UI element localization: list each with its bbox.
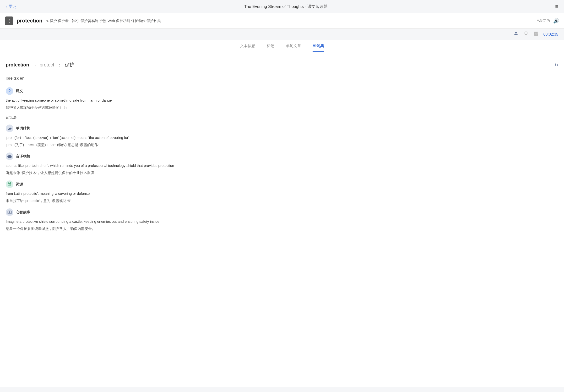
- definition-section: ? 释义 the act of keeping someone or somet…: [6, 87, 558, 111]
- mind-story-section: 心智故事 Imagine a protective shield surroun…: [6, 209, 558, 232]
- timer-display: 00:02:35: [543, 32, 558, 37]
- page-title: The Evening Stream of Thoughts - 课文阅读器: [244, 4, 328, 9]
- pronunciation: [prəˈtɛkʃən]: [6, 72, 558, 83]
- mind-story-header: 心智故事: [6, 209, 558, 216]
- tab-text-info[interactable]: 文本信息: [240, 43, 255, 52]
- word-structure-text-en1: 'pro-' (for) + 'tect' (to cover) + 'ion'…: [6, 135, 558, 141]
- word-heading-line: protection → protect ： 保护 ↻: [6, 58, 558, 72]
- word-structure-section: 单词结构 'pro-' (for) + 'tect' (to cover) + …: [6, 125, 558, 148]
- word-icon[interactable]: ⋮: [5, 16, 14, 25]
- tab-bookmark[interactable]: 标记: [267, 43, 274, 52]
- definition-icon: ?: [6, 87, 14, 95]
- etymology-header: 词源: [6, 181, 558, 188]
- tab-word-article[interactable]: 单词文章: [286, 43, 301, 52]
- word-structure-label: 单词结构: [16, 126, 30, 131]
- main-content: protection → protect ： 保护 ↻ [prəˈtɛkʃən]…: [0, 52, 564, 387]
- back-button[interactable]: ‹ 学习: [6, 4, 17, 9]
- definition-label: 释义: [16, 89, 23, 94]
- refresh-icon[interactable]: ↻: [555, 62, 558, 68]
- memory-label: 记忆法: [6, 115, 558, 120]
- header-word: protection: [17, 18, 42, 24]
- mind-story-icon: [6, 209, 14, 216]
- phonetic-icon: [6, 153, 14, 160]
- definition-text-en: the act of keeping someone or something …: [6, 97, 558, 103]
- word-line-left: protection → protect ： 保护: [6, 62, 74, 68]
- mind-story-label: 心智故事: [16, 210, 30, 215]
- top-nav: ‹ 学习 The Evening Stream of Thoughts - 课文…: [0, 0, 564, 13]
- definition-text-cn: 保护某人或某物免受伤害或危险的行为: [6, 104, 558, 111]
- sound-icon[interactable]: 🔊: [553, 18, 559, 24]
- header-tag: 已制定的: [536, 19, 550, 23]
- phonetic-text-cn: 听起来像 '保护技术'，让人想起提供保护的专业技术盾牌: [6, 170, 558, 176]
- back-label: 学习: [9, 4, 17, 9]
- header-definition: n. 保护 保护者 【经】保护贸易制 护照 Web 保护功能 保护动作 保护种类: [46, 19, 533, 23]
- toolbar: 00:02:35: [0, 29, 564, 40]
- dict-root: protect: [40, 62, 54, 68]
- etymology-label: 词源: [16, 182, 23, 187]
- phonetic-header: 音译联想: [6, 153, 558, 160]
- phonetic-section: 音译联想 sounds like 'pro-tech-shun', which …: [6, 153, 558, 176]
- etymology-icon: [6, 181, 14, 188]
- etymology-text-cn: 来自拉丁语 'protectio'，意为 '覆盖或防御': [6, 198, 558, 204]
- word-header-bar: ⋮ protection n. 保护 保护者 【经】保护贸易制 护照 Web 保…: [0, 13, 564, 29]
- definition-header: ? 释义: [6, 87, 558, 95]
- etymology-section: 词源 from Latin 'protectio', meaning 'a co…: [6, 181, 558, 204]
- etymology-text-en: from Latin 'protectio', meaning 'a cover…: [6, 191, 558, 197]
- mind-story-text-cn: 想象一个保护盾围绕着城堡，阻挡敌人并确保内部安全。: [6, 226, 558, 232]
- tab-ai-dict[interactable]: AI词典: [313, 43, 324, 52]
- bulb-icon[interactable]: [523, 31, 529, 38]
- phonetic-label: 音译联想: [16, 154, 30, 159]
- check-icon[interactable]: [533, 31, 539, 38]
- word-structure-text-cn1: 'pro-' (为了) + 'tect' (覆盖) + 'ion' (动作) 意…: [6, 142, 558, 148]
- dict-meaning: 保护: [65, 62, 74, 68]
- svg-point-0: [515, 32, 517, 33]
- mind-story-text-en: Imagine a protective shield surrounding …: [6, 218, 558, 225]
- menu-icon[interactable]: ≡: [555, 3, 558, 10]
- dict-word: protection: [6, 62, 29, 68]
- dict-colon: ：: [57, 62, 62, 68]
- dict-arrow: →: [32, 62, 37, 68]
- word-structure-header: 单词结构: [6, 125, 558, 132]
- person-icon[interactable]: [513, 31, 519, 38]
- phonetic-text-en: sounds like 'pro-tech-shun', which remin…: [6, 163, 558, 169]
- back-arrow-icon: ‹: [6, 4, 7, 9]
- word-structure-icon: [6, 125, 14, 132]
- tab-bar: 文本信息 标记 单词文章 AI词典: [0, 40, 564, 52]
